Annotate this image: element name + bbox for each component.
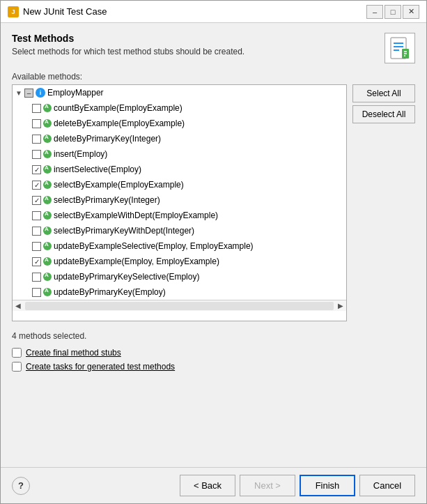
expand-arrow-icon: ▼ (15, 89, 22, 97)
back-button[interactable]: < Back (180, 475, 235, 496)
help-button[interactable]: ? (12, 477, 30, 495)
header-area: Test Methods Select methods for which te… (12, 33, 415, 65)
minimize-button[interactable]: – (366, 5, 383, 19)
parent-name: EmployMapper (47, 88, 104, 98)
parent-checkbox[interactable]: – (24, 89, 33, 98)
available-label: Available methods: (12, 72, 415, 82)
create-tasks-label: Create tasks for generated test methods (26, 362, 175, 372)
method-checkbox[interactable] (32, 135, 41, 144)
next-button[interactable]: Next > (240, 475, 295, 496)
status-text: 4 methods selected. (12, 331, 415, 341)
method-name: insert(Employ) (54, 149, 107, 159)
method-icon (43, 227, 52, 235)
horizontal-scrollbar[interactable] (25, 302, 334, 310)
scroll-left-icon[interactable]: ◀ (13, 302, 24, 310)
method-checkbox[interactable] (32, 104, 41, 113)
method-name: deleteByExample(EmployExample) (54, 119, 185, 128)
wizard-icon (385, 33, 415, 63)
method-item[interactable]: selectByExampleWithDept(EmployExample) (13, 208, 346, 223)
method-checkbox[interactable] (32, 227, 41, 236)
method-checkbox[interactable]: ✓ (32, 181, 41, 190)
create-final-checkbox[interactable] (12, 348, 22, 358)
method-checkbox[interactable] (32, 119, 41, 128)
method-name: countByExample(EmployExample) (54, 103, 183, 113)
header-text: Test Methods Select methods for which te… (12, 33, 385, 65)
method-icon (43, 242, 52, 250)
create-final-label: Create final method stubs (26, 348, 121, 358)
footer: ? < Back Next > Finish Cancel (1, 467, 426, 503)
method-icon (43, 288, 52, 296)
method-name: updateByExampleSelective(Employ, EmployE… (54, 241, 254, 251)
footer-right: < Back Next > Finish Cancel (180, 475, 415, 496)
scroll-right-icon[interactable]: ▶ (335, 302, 346, 310)
select-all-button[interactable]: Select All (352, 84, 415, 102)
method-item[interactable]: deleteByExample(EmployExample) (13, 116, 346, 131)
method-item[interactable]: updateByPrimaryKey(Employ) (13, 284, 346, 300)
section-title: Test Methods (12, 33, 385, 44)
content-area: Test Methods Select methods for which te… (1, 23, 426, 467)
method-name: selectByExample(EmployExample) (54, 180, 184, 190)
info-icon: i (36, 88, 45, 98)
method-name: updateByPrimaryKeySelective(Employ) (54, 272, 199, 282)
method-item[interactable]: updateByExampleSelective(Employ, EmployE… (13, 238, 346, 254)
method-icon (43, 104, 52, 112)
method-icon (43, 196, 52, 204)
method-icon (43, 257, 52, 266)
footer-left: ? (12, 477, 30, 495)
maximize-button[interactable]: □ (385, 5, 401, 19)
method-item[interactable]: ✓selectByPrimaryKey(Integer) (13, 192, 346, 208)
method-checkbox[interactable] (32, 211, 41, 220)
create-tasks-checkbox[interactable] (12, 362, 22, 372)
scrollbar-area: ◀ ▶ (13, 300, 346, 311)
method-checkbox[interactable] (32, 150, 41, 159)
method-checkbox[interactable]: ✓ (32, 165, 41, 174)
method-icon (43, 135, 52, 143)
method-item[interactable]: updateByPrimaryKeySelective(Employ) (13, 269, 346, 284)
method-name: selectByPrimaryKey(Integer) (54, 195, 160, 205)
create-final-option[interactable]: Create final method stubs (12, 348, 415, 358)
method-checkbox[interactable]: ✓ (32, 196, 41, 205)
methods-list[interactable]: ▼ – i EmployMapper countByExample(Employ… (12, 84, 347, 321)
method-name: insertSelective(Employ) (54, 165, 141, 174)
window-icon: J (8, 6, 19, 17)
method-name: updateByPrimaryKey(Employ) (54, 287, 166, 297)
create-tasks-option[interactable]: Create tasks for generated test methods (12, 362, 415, 372)
parent-item[interactable]: ▼ – i EmployMapper (13, 85, 346, 100)
methods-area: ▼ – i EmployMapper countByExample(Employ… (12, 84, 415, 321)
method-checkbox[interactable] (32, 273, 41, 282)
method-icon (43, 165, 52, 174)
section-description: Select methods for which test method stu… (12, 47, 385, 56)
window-title: New JUnit Test Case (23, 6, 107, 17)
deselect-all-button[interactable]: Deselect All (352, 105, 415, 123)
method-item[interactable]: ✓updateByExample(Employ, EmployExample) (13, 254, 346, 269)
finish-button[interactable]: Finish (300, 475, 355, 496)
method-name: selectByPrimaryKeyWithDept(Integer) (54, 226, 194, 236)
method-icon (43, 273, 52, 281)
close-button[interactable]: ✕ (403, 5, 419, 19)
cancel-button[interactable]: Cancel (359, 475, 415, 496)
method-item[interactable]: selectByPrimaryKeyWithDept(Integer) (13, 223, 346, 238)
title-bar: J New JUnit Test Case – □ ✕ (1, 1, 426, 23)
method-item[interactable]: insert(Employ) (13, 146, 346, 162)
method-item[interactable]: deleteByPrimaryKey(Integer) (13, 131, 346, 146)
method-checkbox[interactable] (32, 288, 41, 297)
method-name: selectByExampleWithDept(EmployExample) (54, 211, 218, 220)
method-list-items: countByExample(EmployExample)deleteByExa… (13, 100, 346, 300)
method-item[interactable]: ✓selectByExample(EmployExample) (13, 177, 346, 192)
method-icon (43, 150, 52, 158)
title-bar-left: J New JUnit Test Case (8, 6, 107, 17)
method-checkbox[interactable] (32, 242, 41, 251)
method-icon (43, 211, 52, 220)
method-name: deleteByPrimaryKey(Integer) (54, 134, 161, 144)
method-item[interactable]: ✓insertSelective(Employ) (13, 162, 346, 177)
title-bar-controls: – □ ✕ (366, 5, 419, 19)
method-checkbox[interactable]: ✓ (32, 257, 41, 266)
main-window: J New JUnit Test Case – □ ✕ Test Methods… (0, 0, 427, 504)
method-item[interactable]: countByExample(EmployExample) (13, 100, 346, 116)
method-name: updateByExample(Employ, EmployExample) (54, 257, 219, 266)
method-icon (43, 119, 52, 128)
method-icon (43, 181, 52, 189)
side-buttons: Select All Deselect All (352, 84, 415, 321)
